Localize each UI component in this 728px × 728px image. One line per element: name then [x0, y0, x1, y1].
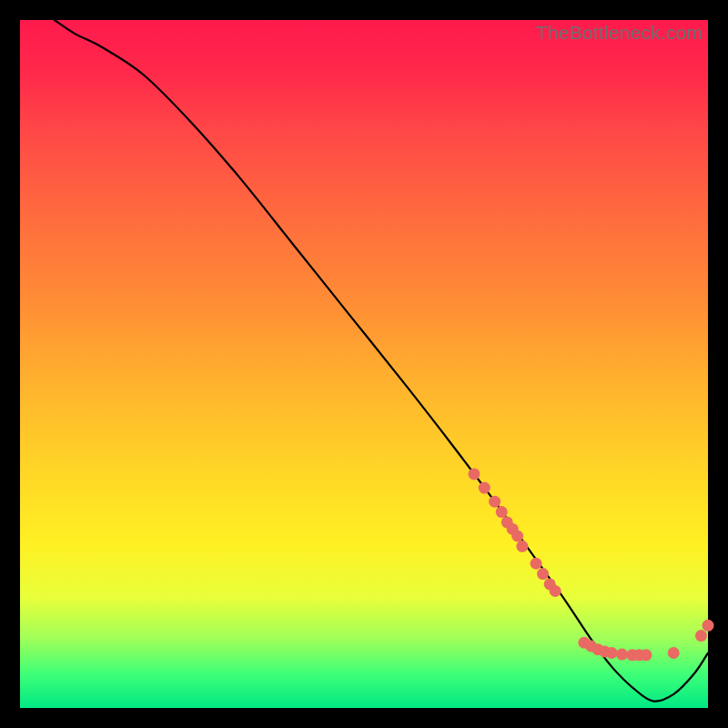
scatter-points	[468, 468, 713, 661]
scatter-point	[703, 620, 714, 632]
scatter-point	[537, 568, 549, 580]
chart-plot-area: TheBottleneck.com	[20, 20, 708, 708]
chart-frame: TheBottleneck.com	[0, 0, 728, 728]
scatter-point	[668, 647, 680, 659]
scatter-point	[479, 482, 490, 494]
scatter-point	[640, 649, 652, 661]
scatter-point	[489, 496, 500, 508]
curve-path	[55, 20, 708, 702]
scatter-point	[511, 531, 523, 542]
scatter-point	[616, 649, 628, 661]
scatter-point	[468, 468, 480, 480]
scatter-point	[550, 585, 561, 597]
scatter-point	[695, 630, 707, 642]
scatter-point	[531, 558, 542, 570]
scatter-point	[516, 541, 528, 552]
scatter-point	[496, 506, 508, 518]
chart-svg	[20, 20, 708, 708]
scatter-point	[606, 647, 618, 659]
